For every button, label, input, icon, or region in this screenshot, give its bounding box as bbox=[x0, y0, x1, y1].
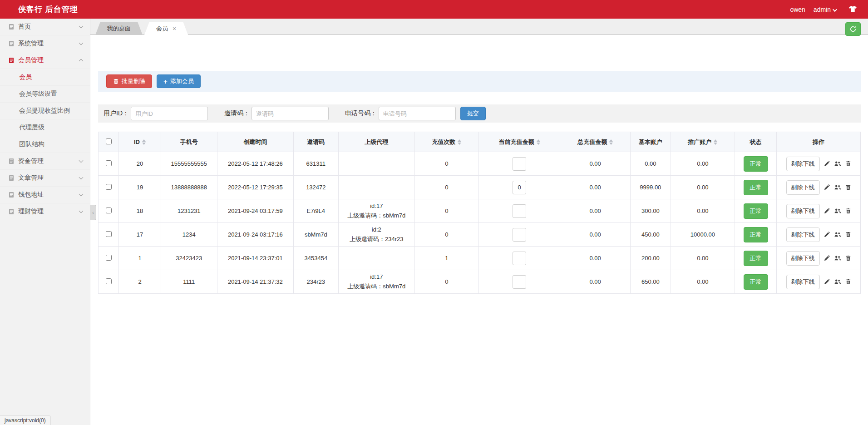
cell-invite: 234r23 bbox=[293, 270, 338, 294]
remove-downline-button[interactable]: 剔除下线 bbox=[786, 227, 820, 242]
col-header-total-recharge: 总充值金额 bbox=[577, 138, 607, 146]
cell-phone: 15555555555 bbox=[161, 152, 217, 176]
add-member-button[interactable]: + 添加会员 bbox=[157, 74, 201, 88]
current-recharge-input[interactable] bbox=[513, 204, 526, 218]
sidebar-item-member[interactable]: 会员 bbox=[0, 69, 90, 86]
cell-id: 19 bbox=[119, 176, 161, 199]
cell-created: 2021-09-14 23:37:01 bbox=[217, 247, 293, 270]
sidebar-item-wallet-address[interactable]: 钱包地址 bbox=[0, 187, 90, 203]
remove-downline-button[interactable]: 剔除下线 bbox=[786, 180, 820, 195]
sort-icon[interactable] bbox=[714, 139, 717, 145]
sidebar-item-label: 代理层级 bbox=[19, 124, 83, 132]
edit-icon[interactable] bbox=[824, 255, 830, 261]
remove-downline-button[interactable]: 剔除下线 bbox=[786, 275, 820, 289]
status-normal-button[interactable]: 正常 bbox=[744, 227, 768, 242]
user-id-input[interactable] bbox=[131, 107, 208, 120]
invite-code-input[interactable] bbox=[252, 107, 329, 120]
cell-basic-account: 450.00 bbox=[630, 223, 671, 247]
submit-button[interactable]: 提交 bbox=[460, 107, 486, 120]
topbar-username[interactable]: owen bbox=[790, 6, 805, 13]
refresh-button[interactable] bbox=[845, 22, 861, 36]
row-checkbox[interactable] bbox=[106, 255, 112, 261]
delete-icon[interactable] bbox=[845, 208, 851, 214]
edit-icon[interactable] bbox=[824, 161, 830, 167]
tab-my-desktop[interactable]: 我的桌面 bbox=[95, 22, 143, 35]
sort-icon[interactable] bbox=[537, 139, 540, 145]
remove-downline-button[interactable]: 剔除下线 bbox=[786, 157, 820, 171]
current-recharge-input[interactable] bbox=[513, 275, 526, 289]
sort-icon[interactable] bbox=[609, 139, 613, 145]
sidebar-item-agent-levels[interactable]: 代理层级 bbox=[0, 119, 90, 136]
cell-created: 2021-09-24 03:17:59 bbox=[217, 199, 293, 223]
current-recharge-input[interactable] bbox=[513, 252, 526, 265]
row-checkbox[interactable] bbox=[106, 184, 112, 190]
col-header-actions: 操作 bbox=[813, 138, 824, 146]
sidebar-item-team-structure[interactable]: 团队结构 bbox=[0, 136, 90, 153]
delete-icon[interactable] bbox=[845, 232, 851, 237]
sort-icon[interactable] bbox=[142, 139, 146, 145]
row-checkbox[interactable] bbox=[106, 208, 112, 213]
current-recharge-input[interactable] bbox=[513, 181, 526, 194]
delete-icon[interactable] bbox=[845, 255, 851, 261]
sidebar-item-withdraw-ratio[interactable]: 会员提现收益比例 bbox=[0, 103, 90, 119]
tab-member[interactable]: 会员 × bbox=[144, 22, 188, 35]
delete-icon[interactable] bbox=[845, 184, 851, 190]
col-header-current-recharge: 当前充值金额 bbox=[499, 138, 534, 146]
status-normal-button[interactable]: 正常 bbox=[744, 274, 768, 290]
topbar-user-menu[interactable]: admin bbox=[814, 6, 836, 13]
sidebar-item-articles[interactable]: 文章管理 bbox=[0, 170, 90, 187]
row-checkbox[interactable] bbox=[106, 278, 112, 284]
select-all-checkbox[interactable] bbox=[106, 138, 112, 144]
row-checkbox[interactable] bbox=[106, 231, 112, 237]
table-row: 18 1231231 2021-09-24 03:17:59 E7i9L4 id… bbox=[99, 199, 861, 223]
edit-icon[interactable] bbox=[824, 279, 830, 285]
sidebar-item-label: 会员管理 bbox=[18, 56, 79, 64]
edit-icon[interactable] bbox=[824, 208, 830, 214]
status-normal-button[interactable]: 正常 bbox=[744, 180, 768, 195]
sidebar-item-label: 会员 bbox=[19, 73, 83, 81]
cell-total-recharge: 0.00 bbox=[560, 223, 630, 247]
cell-created: 2021-09-14 21:37:32 bbox=[217, 270, 293, 294]
app-title: 侠客行 后台管理 bbox=[18, 4, 78, 15]
cell-total-recharge: 0.00 bbox=[560, 247, 630, 270]
current-recharge-input[interactable] bbox=[513, 228, 526, 242]
sidebar-collapse-handle[interactable]: ‹ bbox=[90, 205, 96, 220]
sidebar-item-member-management[interactable]: 会员管理 bbox=[0, 52, 90, 69]
table-row: 1 32423423 2021-09-14 23:37:01 3453454 1… bbox=[99, 247, 861, 270]
remove-downline-button[interactable]: 剔除下线 bbox=[786, 251, 820, 266]
cell-phone: 32423423 bbox=[161, 247, 217, 270]
chevron-down-icon bbox=[79, 175, 84, 180]
team-icon[interactable] bbox=[834, 279, 841, 285]
sidebar-item-funds[interactable]: 资金管理 bbox=[0, 153, 90, 170]
phone-input[interactable] bbox=[379, 107, 456, 120]
delete-icon[interactable] bbox=[845, 279, 851, 285]
table-header-row: ID 手机号 创建时间 邀请码 上级代理 充值次数 当前充值金额 总充值金额 基… bbox=[99, 132, 861, 152]
cell-agent bbox=[338, 176, 414, 199]
sort-icon[interactable] bbox=[458, 139, 461, 145]
edit-icon[interactable] bbox=[824, 232, 830, 237]
sidebar-item-member-level-settings[interactable]: 会员等级设置 bbox=[0, 86, 90, 103]
remove-downline-button[interactable]: 剔除下线 bbox=[786, 204, 820, 218]
cell-id: 17 bbox=[119, 223, 161, 247]
document-icon bbox=[8, 175, 15, 181]
team-icon[interactable] bbox=[834, 161, 841, 167]
batch-delete-button[interactable]: 批量删除 bbox=[106, 74, 152, 88]
document-icon bbox=[8, 192, 15, 198]
status-normal-button[interactable]: 正常 bbox=[744, 156, 768, 172]
team-icon[interactable] bbox=[834, 208, 841, 214]
sidebar-item-system[interactable]: 系统管理 bbox=[0, 35, 90, 52]
team-icon[interactable] bbox=[834, 255, 841, 261]
sidebar-item-wealth-management[interactable]: 理财管理 bbox=[0, 203, 90, 220]
close-icon[interactable]: × bbox=[173, 25, 176, 32]
team-icon[interactable] bbox=[834, 184, 841, 190]
status-normal-button[interactable]: 正常 bbox=[744, 203, 768, 219]
edit-icon[interactable] bbox=[824, 184, 830, 190]
current-recharge-input[interactable] bbox=[513, 157, 526, 171]
theme-shirt-icon[interactable] bbox=[848, 6, 857, 13]
row-checkbox[interactable] bbox=[106, 160, 112, 166]
delete-icon[interactable] bbox=[845, 161, 851, 167]
team-icon[interactable] bbox=[834, 232, 841, 237]
sidebar-item-home[interactable]: 首页 bbox=[0, 19, 90, 35]
status-normal-button[interactable]: 正常 bbox=[744, 251, 768, 266]
refresh-icon bbox=[849, 25, 857, 33]
